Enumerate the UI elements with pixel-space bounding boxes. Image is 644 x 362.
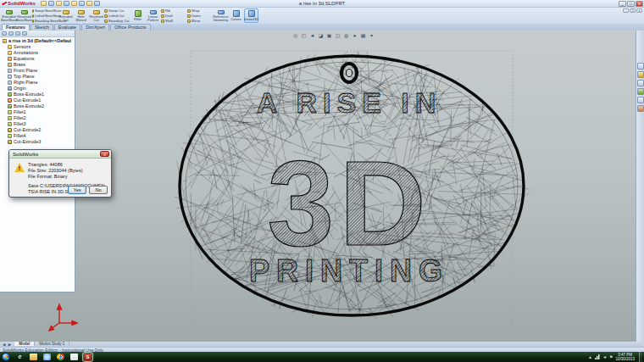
swept-cut-button[interactable]: Swept Cut [104,8,130,13]
boundary-cut-button[interactable]: Boundary Cut [104,19,130,23]
windows-explorer-icon[interactable] [29,353,38,361]
windows-explorer-glyph [30,354,37,360]
linear-pattern-button[interactable]: Linear Pattern [146,8,160,23]
tree-item-top-plane[interactable]: Top Plane [0,74,75,80]
appearances-scenes-icon[interactable] [637,97,644,103]
taskbar-clock[interactable]: 3:47 PM 10/30/2013 [615,353,635,361]
internet-explorer-icon[interactable]: e [15,353,25,361]
custom-properties-icon[interactable] [637,105,644,112]
rib-button[interactable]: Rib [161,8,186,13]
tree-root-item[interactable]: a rise in 3d (Default<<Defaul [0,37,75,44]
propertymanager-tab-icon[interactable] [8,31,14,36]
tab-scroll-arrows[interactable]: ◀ ▶ [0,343,14,347]
tree-item-right-plane[interactable]: Right Plane [0,80,75,86]
tree-item-fillet1[interactable]: Fillet1 [0,109,75,115]
dimxpertmanager-tab-icon[interactable] [22,31,27,36]
fillet-button[interactable]: Fillet [130,8,145,23]
doc-minimize-button[interactable]: _ [623,8,629,13]
volume-icon[interactable]: ◄ [602,352,607,362]
tree-item-fillet3[interactable]: Fillet3 [0,121,75,127]
task-pane-strip [636,31,644,342]
tree-item-origin[interactable]: Origin [0,86,75,92]
close-button[interactable]: x [636,1,643,7]
hide-show-items-icon[interactable]: ◍ [342,31,350,38]
curves-button[interactable]: Curves [229,8,243,23]
shell-button[interactable]: Shell [161,19,186,23]
boundary-boss-base-button[interactable]: Boundary Boss/Base [32,19,58,23]
revolved-boss-base-button[interactable]: Revolved Boss/Base [17,8,31,23]
lofted-cut-button[interactable]: Lofted Cut [104,14,130,18]
configurationmanager-tab-icon[interactable] [15,31,20,36]
extruded-boss-base-button[interactable]: Extruded Boss/Base [2,8,16,23]
no-button[interactable]: No [89,186,108,194]
tab-office-products[interactable]: Office Products [110,24,151,31]
swept-boss-base-icon [32,9,34,13]
tree-item-cut-extrude1[interactable]: Cut-Extrude1 [0,97,75,103]
ribbon-button-label: Revolved Boss/Base [16,15,32,22]
doc-restore-button[interactable]: □ [630,8,636,13]
tab-features[interactable]: Features [2,24,30,31]
show-hidden-icons[interactable]: ▲ [588,352,592,362]
dialog-title-bar[interactable]: SolidWorks x [9,150,111,159]
tab-sketch[interactable]: Sketch [31,24,53,31]
wrap-button[interactable]: Wrap [187,8,213,13]
ribbon-button-label: Hole Wizard [75,15,87,22]
view-settings-icon[interactable]: ▾ [368,31,375,38]
revolved-cut-button[interactable]: Revolved Cut [89,8,103,23]
tree-item-cut-extrude2[interactable]: Cut-Extrude2 [0,127,75,133]
document-window-controls: _ □ x [623,8,642,13]
tree-item-boss-extrude1[interactable]: Boss-Extrude1 [0,92,75,97]
doc-tab-model[interactable]: Model [14,342,35,346]
white-app-icon[interactable] [69,353,79,361]
action-center-icon[interactable]: ⚑ [609,352,613,362]
tab-evaluate[interactable]: Evaluate [54,24,80,31]
boundary-cut-icon [104,19,108,23]
tab-dimxpert[interactable]: DimXpert [81,24,109,31]
tree-item-boss-extrude2[interactable]: Boss-Extrude2 [0,103,75,109]
swept-boss-base-button[interactable]: Swept Boss/Base [32,8,58,13]
featuremanager-tab-icon[interactable] [2,31,7,36]
mirror-button[interactable]: Mirror [187,19,213,23]
lofted-boss-base-button[interactable]: Lofted Boss/Base [32,14,58,18]
solidworks-resources-icon[interactable] [637,63,644,70]
apply-scene-icon[interactable]: ▦ [359,31,367,38]
previous-view-icon[interactable]: ◄ [308,31,316,38]
tree-item-front-plane[interactable]: Front Plane [0,68,75,74]
extruded-cut-button[interactable]: Extruded Cut [58,8,73,23]
show-desktop-button[interactable] [639,352,642,362]
file-explorer-icon[interactable] [637,80,644,86]
reference-geometry-button[interactable]: Reference Geometry [214,8,228,23]
tree-item-fillet2[interactable]: Fillet2 [0,115,75,121]
maximize-button[interactable]: □ [627,1,635,7]
display-style-icon[interactable]: ◫ [334,31,341,38]
instant3d-button[interactable]: Instant3D [244,8,258,23]
tree-item-equations[interactable]: Equations [0,56,75,62]
tree-item-label: Cut-Extrude2 [14,127,41,133]
tree-item-brass[interactable]: Brass [0,62,75,68]
design-library-icon[interactable] [637,71,644,78]
doc-close-button[interactable]: x [636,8,642,13]
dome-button[interactable]: Dome [187,14,213,18]
windows-media-player-icon[interactable] [42,353,52,361]
tree-item-fillet4[interactable]: Fillet4 [0,133,75,139]
dialog-close-icon[interactable]: x [100,151,109,157]
tree-item-annotations[interactable]: Annotations [0,50,75,56]
solidworks-icon[interactable]: S [83,353,92,361]
start-button[interactable] [2,353,10,361]
hole-wizard-button[interactable]: Hole Wizard [74,8,88,23]
title-bar: SolidWorks a rise in 3d.SLDPRT _ □ x [0,0,644,8]
edit-appearance-icon[interactable]: ● [351,31,358,38]
section-view-icon[interactable]: ◪ [317,31,325,38]
network-icon[interactable] [595,354,600,359]
tree-item-sensors[interactable]: Sensors [0,44,75,50]
tree-item-cut-extrude3[interactable]: Cut-Extrude3 [0,139,75,145]
doc-tab-motion-study-1[interactable]: Motion Study 1 [35,342,69,346]
minimize-button[interactable]: _ [619,1,626,7]
zoom-to-fit-icon[interactable]: ◎ [291,31,299,38]
draft-button[interactable]: Draft [161,14,186,18]
google-chrome-icon[interactable] [56,353,65,361]
yes-button[interactable]: Yes [68,186,86,194]
view-palette-icon[interactable] [637,88,644,95]
zoom-to-area-icon[interactable]: ◰ [300,31,308,38]
view-orientation-icon[interactable]: ▣ [325,31,333,38]
